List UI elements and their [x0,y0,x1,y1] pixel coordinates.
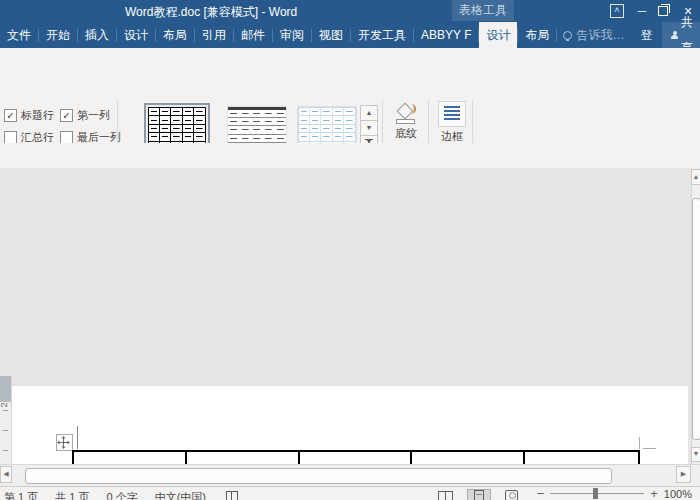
tab-插入[interactable]: 插入 [78,22,116,48]
preview-cell [194,108,205,116]
ribbon: ✓标题行汇总行镶边行✓第一列最后一列镶边列 表格样式选项 ▲ ▼ ▼ 表格样式 … [0,48,700,144]
tab-布局[interactable]: 布局 [156,22,194,48]
scroll-down-arrow-icon[interactable]: ▼ [691,447,700,462]
preview-cell [194,125,205,133]
preview-cell [321,125,332,133]
read-mode-button[interactable] [435,489,457,500]
tab-布局[interactable]: 布局 [518,22,556,48]
preview-cell [333,108,344,116]
preview-cell [171,133,182,141]
checkbox-icon[interactable] [60,131,73,144]
tab-开始[interactable]: 开始 [39,22,77,48]
paint-bucket-icon [395,102,417,124]
preview-cell [171,125,182,133]
tab-文件[interactable]: 文件 [0,22,38,48]
web-layout-button[interactable] [501,489,523,500]
text-cursor [77,426,78,449]
borders-icon [438,101,466,127]
tab-邮件[interactable]: 邮件 [234,22,272,48]
preview-cell [240,126,252,134]
preview-cell [321,116,332,124]
checkbox-icon[interactable] [4,131,17,144]
gallery-scroll-down-button[interactable]: ▼ [360,120,378,136]
ribbon-display-options-icon[interactable]: ˄ [610,4,624,18]
preview-cell [344,108,355,116]
preview-cell [149,125,160,133]
web-layout-icon [505,490,518,500]
zoom-slider-thumb[interactable] [593,488,598,499]
zoom-out-button[interactable]: − [537,487,545,500]
zoom-slider[interactable] [550,493,644,494]
style-option-第一列[interactable]: ✓第一列 [60,104,121,126]
style-option-label: 第一列 [77,108,110,123]
table-move-handle[interactable] [56,434,73,451]
tab-引用[interactable]: 引用 [195,22,233,48]
tab-ABBYY F[interactable]: ABBYY F [414,22,478,48]
status-item[interactable]: 第 1 页 [4,490,38,500]
preview-cell [344,133,355,141]
gallery-scroll-up-button[interactable]: ▲ [360,105,378,121]
preview-cell [299,108,310,116]
preview-cell [333,116,344,124]
preview-cell [160,116,171,124]
window-title: Word教程.doc [兼容模式] - Word [125,4,297,21]
preview-cell [344,116,355,124]
sign-in-button[interactable]: 登录 [630,22,662,48]
tab-视图[interactable]: 视图 [312,22,350,48]
vertical-scrollbar-thumb[interactable] [692,198,700,440]
style-option-标题行[interactable]: ✓标题行 [4,104,54,126]
scroll-left-arrow-icon[interactable]: ◀ [0,466,12,483]
share-button[interactable]: 共享 [662,22,700,48]
scroll-right-arrow-icon[interactable]: ▶ [676,466,691,483]
print-layout-button[interactable] [467,489,491,500]
checkbox-icon[interactable]: ✓ [60,109,73,122]
tab-设计[interactable]: 设计 [117,22,155,48]
preview-cell [171,108,182,116]
preview-cell [321,108,332,116]
preview-cell [228,110,240,118]
preview-cell [299,125,310,133]
preview-cell [274,126,286,134]
preview-cell [310,133,321,141]
preview-cell [194,133,205,141]
horizontal-scrollbar-thumb[interactable] [25,468,612,484]
zoom-level[interactable]: 100% [664,487,692,500]
contextual-tab-group-table-tools: 表格工具 [452,0,514,21]
scroll-up-arrow-icon[interactable]: ▲ [691,169,700,185]
preview-cell [240,110,252,118]
preview-cell [310,108,321,116]
margin-crop-mark-horizontal [643,448,656,449]
proofing-status-icon[interactable] [226,491,238,500]
preview-cell [228,135,240,143]
read-mode-icon [438,491,453,500]
preview-cell [183,125,194,133]
quick-access-toolbar: ↶ ▼ ↻ [0,143,700,169]
tab-设计[interactable]: 设计 [479,22,517,48]
minimize-button[interactable]: ─ [634,3,650,19]
status-info: 第 1 页共 1 页0 个字中文(中国) [0,487,206,500]
style-option-label: 标题行 [21,108,54,123]
preview-cell [228,118,240,126]
restore-button[interactable] [658,6,668,16]
preview-cell [183,108,194,116]
preview-cell [344,125,355,133]
tab-开发工具[interactable]: 开发工具 [351,22,413,48]
checkbox-icon[interactable]: ✓ [4,109,17,122]
vertical-ruler-tick [3,410,8,411]
status-item[interactable]: 0 个字 [106,490,137,500]
four-way-arrow-icon [57,436,70,449]
status-item[interactable]: 共 1 页 [55,490,89,500]
status-item[interactable]: 中文(中国) [155,490,206,500]
ribbon-tab-bar: 文件开始插入设计布局引用邮件审阅视图开发工具ABBYY F设计布局 告诉我… 登… [0,22,700,48]
preview-cell [251,118,263,126]
tab-审阅[interactable]: 审阅 [273,22,311,48]
zoom-in-button[interactable]: + [650,487,658,500]
preview-cell [183,133,194,141]
person-icon [671,31,675,40]
ruler-band: 42246810121418202226283034363842 ▽ △ △ [0,168,700,188]
preview-cell [149,116,160,124]
lightbulb-icon [563,31,572,40]
preview-cell [274,110,286,118]
preview-cell [333,125,344,133]
tell-me-box[interactable]: 告诉我… [557,22,630,48]
